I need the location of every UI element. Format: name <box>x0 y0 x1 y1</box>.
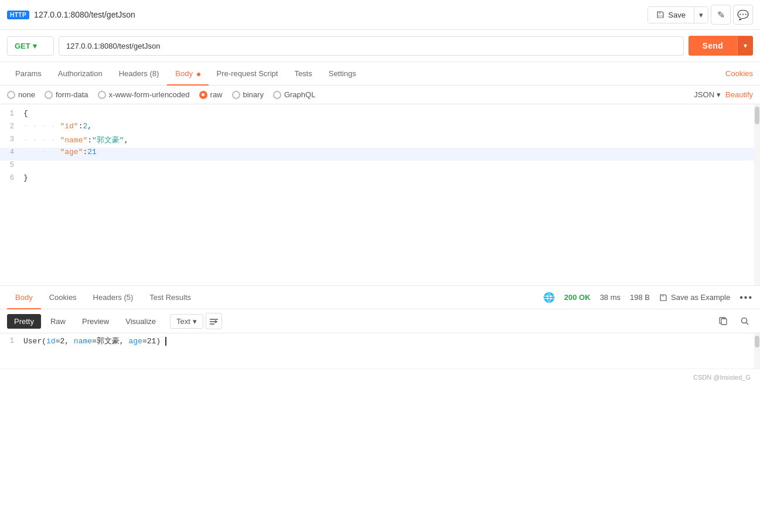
svg-rect-0 <box>659 12 661 13</box>
more-options-button[interactable]: ••• <box>739 292 753 303</box>
tab-tests[interactable]: Tests <box>286 62 320 85</box>
line-num-1: 1 <box>0 109 23 118</box>
top-url-title: 127.0.0.1:8080/test/getJson <box>34 10 643 19</box>
tab-pre-request-script[interactable]: Pre-request Script <box>209 62 287 85</box>
radio-urlencoded <box>98 91 106 99</box>
fmt-tab-visualize[interactable]: Visualize <box>118 314 163 329</box>
search-response-button[interactable] <box>737 313 753 329</box>
body-options-bar: none form-data x-www-form-urlencoded raw… <box>0 86 760 104</box>
text-caret-icon: ▾ <box>193 317 197 326</box>
code-lines: 1 { 2 · · · · "id":2, 3 · · · · "name":"… <box>0 104 760 191</box>
request-tabs-bar: Params Authorization Headers (8) Body Pr… <box>0 62 760 86</box>
response-status-bar: 🌐 200 OK 38 ms 198 B Save as Example ••• <box>543 292 753 303</box>
response-format-bar: Pretty Raw Preview Visualize Text ▾ <box>0 309 760 333</box>
svg-point-7 <box>742 318 747 323</box>
footer-attribution: CSDN @Insisted_G <box>693 374 751 381</box>
response-body: 1 User(id=2, name=郭文豪, age=21) <box>0 333 760 369</box>
json-format-selector[interactable]: JSON ▾ <box>694 90 721 99</box>
editor-scrollbar[interactable] <box>754 104 760 285</box>
option-form-data[interactable]: form-data <box>45 90 88 99</box>
http-badge: HTTP <box>7 11 29 19</box>
radio-binary <box>232 91 240 99</box>
code-line-1: 1 { <box>0 109 760 122</box>
fmt-tab-preview[interactable]: Preview <box>75 314 116 329</box>
comment-icon-button[interactable]: 💬 <box>733 5 753 25</box>
send-button[interactable]: Send <box>689 36 737 56</box>
fmt-tab-pretty[interactable]: Pretty <box>7 314 41 329</box>
body-active-dot <box>197 73 200 76</box>
line-content-1: { <box>23 109 760 118</box>
line-content-3: · · · · "name":"郭文豪", <box>23 135 760 145</box>
url-bar: GET ▾ Send ▾ <box>0 30 760 62</box>
option-none[interactable]: none <box>7 90 35 99</box>
method-caret-icon: ▾ <box>33 42 37 50</box>
tabs-right: Cookies <box>725 69 753 78</box>
send-dropdown-button[interactable]: ▾ <box>737 36 753 55</box>
code-line-2: 2 · · · · "id":2, <box>0 122 760 135</box>
url-input[interactable] <box>59 36 684 56</box>
radio-form-data <box>45 91 53 99</box>
option-raw[interactable]: raw <box>199 90 223 99</box>
tab-headers[interactable]: Headers (8) <box>111 62 168 85</box>
save-dropdown-button[interactable]: ▾ <box>694 7 708 23</box>
tab-settings[interactable]: Settings <box>321 62 364 85</box>
resp-tab-test-results[interactable]: Test Results <box>141 286 199 309</box>
text-format-selector[interactable]: Text ▾ <box>170 314 203 329</box>
save-icon <box>656 11 664 19</box>
method-selector[interactable]: GET ▾ <box>7 36 54 56</box>
edit-icon-button[interactable]: ✎ <box>711 5 731 25</box>
cookies-link[interactable]: Cookies <box>725 69 753 78</box>
option-urlencoded[interactable]: x-www-form-urlencoded <box>98 90 190 99</box>
line-num-4: 4 <box>0 148 23 156</box>
save-button[interactable]: Save <box>648 7 694 23</box>
json-caret-icon: ▾ <box>717 90 721 99</box>
footer: CSDN @Insisted_G <box>0 369 760 386</box>
line-num-5: 5 <box>0 161 23 169</box>
svg-line-8 <box>747 323 749 325</box>
option-binary[interactable]: binary <box>232 90 264 99</box>
response-line-1: 1 User(id=2, name=郭文豪, age=21) <box>0 333 760 349</box>
save-btn-group: Save ▾ <box>647 6 708 23</box>
svg-rect-6 <box>721 319 727 325</box>
resp-tab-cookies[interactable]: Cookies <box>41 286 85 309</box>
beautify-button[interactable]: Beautify <box>725 90 753 99</box>
option-graphql[interactable]: GraphQL <box>273 90 315 99</box>
resp-line-content-1: User(id=2, name=郭文豪, age=21) <box>23 336 166 346</box>
save-example-icon <box>659 294 667 302</box>
code-line-4: 4 · · · · "age":21 <box>0 148 760 161</box>
resp-tab-headers[interactable]: Headers (5) <box>85 286 142 309</box>
editor-scrollbar-thumb[interactable] <box>755 107 759 124</box>
wrap-button[interactable] <box>206 313 222 329</box>
response-size: 198 B <box>630 293 650 302</box>
save-example-button[interactable]: Save as Example <box>659 293 730 302</box>
resp-scrollbar-thumb[interactable] <box>755 336 759 347</box>
radio-graphql <box>273 91 281 99</box>
top-actions: Save ▾ ✎ 💬 <box>647 5 753 25</box>
line-content-2: · · · · "id":2, <box>23 122 760 131</box>
response-section: Body Cookies Headers (5) Test Results 🌐 … <box>0 286 760 369</box>
resp-line-num-1: 1 <box>0 337 23 345</box>
tab-body[interactable]: Body <box>167 62 208 85</box>
globe-icon: 🌐 <box>543 292 555 303</box>
radio-raw <box>199 91 207 99</box>
svg-rect-1 <box>658 15 663 18</box>
copy-icon <box>719 316 728 326</box>
copy-response-button[interactable] <box>715 313 732 329</box>
tab-params[interactable]: Params <box>7 62 50 85</box>
response-right-icons <box>715 313 753 329</box>
resp-tab-body[interactable]: Body <box>7 286 41 309</box>
radio-none <box>7 91 15 99</box>
tab-authorization[interactable]: Authorization <box>50 62 111 85</box>
line-num-6: 6 <box>0 173 23 182</box>
code-line-5: 5 <box>0 161 760 173</box>
save-label: Save <box>668 11 686 19</box>
line-num-2: 2 <box>0 122 23 131</box>
code-line-3: 3 · · · · "name":"郭文豪", <box>0 135 760 148</box>
code-editor[interactable]: 1 { 2 · · · · "id":2, 3 · · · · "name":"… <box>0 104 760 286</box>
response-time: 38 ms <box>600 293 621 302</box>
wrap-icon <box>209 318 219 325</box>
text-cursor <box>161 337 166 346</box>
code-line-6: 6 } <box>0 173 760 186</box>
resp-scrollbar[interactable] <box>754 333 760 369</box>
fmt-tab-raw[interactable]: Raw <box>43 314 73 329</box>
